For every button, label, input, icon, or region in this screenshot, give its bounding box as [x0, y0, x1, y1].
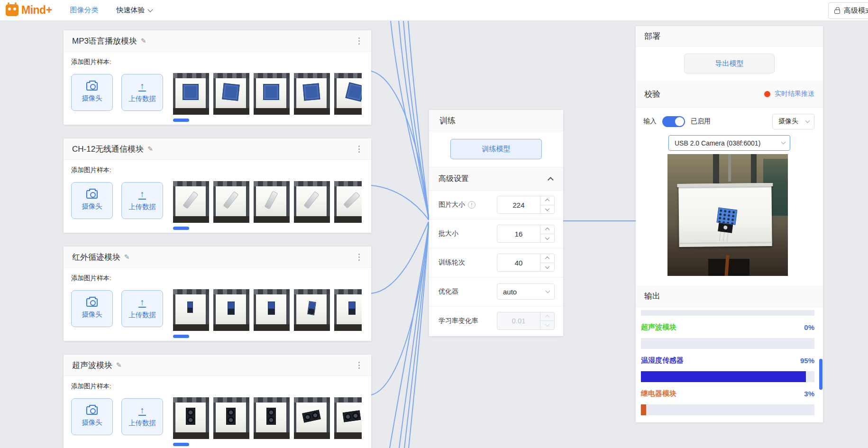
- thumbnail-board: [216, 186, 246, 216]
- sample-thumbnails: [173, 73, 362, 117]
- upload-data-button[interactable]: ↑ 上传数据: [121, 74, 163, 111]
- output-result-row: LED灯模块 0%: [641, 421, 814, 422]
- thumbnail-board: [216, 402, 246, 432]
- input-source-select[interactable]: 摄像头: [772, 114, 814, 129]
- upload-icon: ↑: [138, 190, 146, 200]
- edit-pencil-icon[interactable]: ✎: [141, 37, 146, 45]
- sample-thumbnail[interactable]: [254, 73, 290, 115]
- stepper-down-button[interactable]: [540, 263, 554, 272]
- kebab-menu-icon[interactable]: [356, 359, 363, 372]
- sample-thumbnail[interactable]: [334, 289, 362, 331]
- edit-pencil-icon[interactable]: ✎: [147, 145, 153, 153]
- sample-thumbnail[interactable]: [213, 73, 249, 115]
- thumbnail-module: [307, 301, 316, 315]
- result-progress-track: [641, 404, 814, 415]
- thumbnail-scrollbar[interactable]: [173, 227, 189, 230]
- sample-thumbnail[interactable]: [294, 397, 330, 439]
- input-enabled-label: 已启用: [691, 117, 711, 126]
- camera-button-label: 摄像头: [82, 310, 102, 319]
- top-bar: Mind+ 图像分类 快速体验 高级模式: [0, 0, 868, 21]
- optimizer-select[interactable]: auto: [497, 283, 555, 300]
- sample-thumbnail[interactable]: [254, 289, 290, 331]
- output-result-row: 温湿度传感器 95%: [641, 355, 814, 382]
- stepper-up-button[interactable]: [540, 196, 554, 205]
- sample-thumbnail[interactable]: [294, 73, 330, 115]
- thumbnail-board: [337, 402, 362, 432]
- stepper-up-button[interactable]: [540, 225, 554, 234]
- thumbnail-board: [256, 294, 286, 324]
- upload-data-button[interactable]: ↑ 上传数据: [121, 398, 163, 435]
- stepper-down-button[interactable]: [540, 205, 554, 214]
- setting-label: 学习率变化率: [439, 317, 478, 325]
- stepper-input[interactable]: 224: [497, 196, 555, 214]
- sample-thumbnail[interactable]: [254, 181, 290, 223]
- setting-label-text: 批大小: [439, 229, 458, 238]
- stepper-value[interactable]: 224: [497, 196, 540, 213]
- thumbnail-scrollbar[interactable]: [173, 443, 189, 446]
- thumbnail-board: [256, 186, 286, 216]
- thumbnail-module: [265, 191, 277, 208]
- stepper-up-button[interactable]: [540, 254, 554, 263]
- train-model-button[interactable]: 训练模型: [450, 139, 542, 159]
- sample-thumbnail[interactable]: [213, 181, 249, 223]
- kebab-menu-icon[interactable]: [356, 143, 363, 155]
- recording-dot-icon: [764, 91, 770, 97]
- edit-pencil-icon[interactable]: ✎: [124, 253, 130, 261]
- stepper-value[interactable]: 40: [497, 254, 540, 271]
- kebab-menu-icon[interactable]: [356, 251, 363, 264]
- advanced-mode-label: 高级模式: [844, 6, 868, 15]
- input-toggle[interactable]: [662, 116, 685, 127]
- output-scrollbar[interactable]: [819, 359, 822, 390]
- setting-label-text: 优化器: [439, 287, 458, 296]
- sample-thumbnail[interactable]: [294, 181, 330, 223]
- camera-preview: [667, 154, 788, 276]
- upload-data-button[interactable]: ↑ 上传数据: [121, 290, 163, 327]
- sample-thumbnail[interactable]: [334, 181, 362, 223]
- sample-thumbnail[interactable]: [173, 397, 209, 439]
- advanced-mode-button[interactable]: 高级模式: [828, 2, 868, 19]
- preview-background: [713, 154, 719, 184]
- input-label: 输入: [643, 117, 657, 126]
- sample-thumbnail[interactable]: [294, 289, 330, 331]
- class-card: 红外循迹模块 ✎ 添加图片样本: 摄像头 ↑ 上传数据: [64, 247, 371, 341]
- advanced-settings-toggle[interactable]: 高级设置: [429, 167, 563, 191]
- camera-capture-button[interactable]: 摄像头: [71, 182, 113, 219]
- sample-thumbnail[interactable]: [334, 397, 362, 439]
- sample-thumbnail[interactable]: [254, 397, 290, 439]
- kebab-menu-icon[interactable]: [356, 35, 363, 47]
- camera-device-select[interactable]: USB 2.0 Camera (038f:6001): [668, 135, 790, 151]
- thumbnail-board: [175, 402, 206, 432]
- camera-capture-button[interactable]: 摄像头: [71, 290, 113, 327]
- camera-capture-button[interactable]: 摄像头: [71, 398, 113, 435]
- stepper-input[interactable]: 40: [497, 254, 555, 272]
- sample-thumbnail[interactable]: [173, 181, 209, 223]
- sample-thumbnail[interactable]: [213, 289, 249, 331]
- stepper-value[interactable]: 16: [497, 225, 540, 242]
- info-icon[interactable]: !: [468, 201, 475, 209]
- upload-button-label: 上传数据: [128, 419, 156, 428]
- export-model-button[interactable]: 导出模型: [684, 54, 775, 73]
- sample-thumbnail[interactable]: [213, 397, 249, 439]
- sample-thumbnail[interactable]: [334, 73, 362, 115]
- nav-quick-experience[interactable]: 快速体验: [117, 6, 152, 15]
- thumbnail-module: [268, 302, 275, 315]
- thumbnail-scrollbar[interactable]: [173, 119, 189, 122]
- stepper-input[interactable]: 16: [497, 225, 555, 243]
- thumbnail-scrollbar[interactable]: [173, 335, 189, 338]
- setting-control: 16: [497, 225, 555, 243]
- edit-pencil-icon[interactable]: ✎: [116, 361, 122, 369]
- sample-thumbnail[interactable]: [173, 73, 209, 115]
- upload-button-label: 上传数据: [128, 94, 156, 103]
- nav-image-classification[interactable]: 图像分类: [70, 6, 99, 15]
- thumbnail-board: [175, 78, 206, 108]
- setting-control: auto: [497, 283, 555, 300]
- stepper-down-button[interactable]: [540, 234, 554, 243]
- camera-capture-button[interactable]: 摄像头: [71, 74, 113, 111]
- input-source-value: 摄像头: [778, 117, 798, 126]
- upload-data-button[interactable]: ↑ 上传数据: [121, 182, 163, 219]
- training-setting-row: 学习率变化率 0.01: [429, 306, 563, 335]
- realtime-push-link[interactable]: 实时结果推送: [764, 90, 814, 98]
- clipped-progress-track: [641, 310, 814, 316]
- sample-thumbnail[interactable]: [173, 289, 209, 331]
- chevron-down-icon: [147, 7, 153, 12]
